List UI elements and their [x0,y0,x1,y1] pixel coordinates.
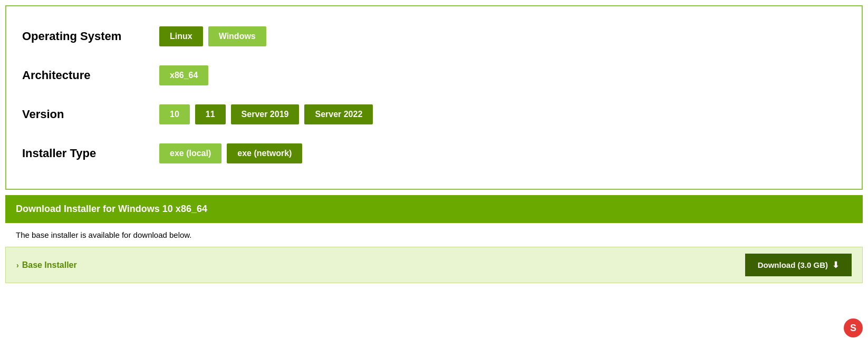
version-buttons: 10 11 Server 2019 Server 2022 [159,104,373,124]
os-label: Operating System [22,30,159,43]
installer-exe-network-button[interactable]: exe (network) [227,143,302,163]
os-row: Operating System Linux Windows [22,17,846,56]
installer-type-label: Installer Type [22,147,159,160]
installer-type-buttons: exe (local) exe (network) [159,143,302,163]
base-installer-text: Base Installer [22,260,77,270]
arch-x86_64-button[interactable]: x86_64 [159,65,208,85]
download-description-text: The base installer is available for down… [16,230,192,239]
version-server2019-button[interactable]: Server 2019 [231,104,300,124]
download-button[interactable]: Download (3.0 GB) ⬇ [745,254,852,276]
version-row: Version 10 11 Server 2019 Server 2022 [22,95,846,134]
selector-panel: Operating System Linux Windows Architect… [5,5,863,190]
base-installer-label: › Base Installer [16,260,77,270]
os-windows-button[interactable]: Windows [208,26,266,46]
chevron-right-icon: › [16,261,19,269]
version-11-button[interactable]: 11 [195,104,226,124]
os-linux-button[interactable]: Linux [159,26,203,46]
version-10-button[interactable]: 10 [159,104,190,124]
download-button-label: Download (3.0 GB) [758,260,828,269]
download-icon: ⬇ [832,260,839,270]
download-description: The base installer is available for down… [5,223,863,247]
version-label: Version [22,108,159,121]
arch-label: Architecture [22,69,159,82]
version-server2022-button[interactable]: Server 2022 [304,104,373,124]
base-installer-row: › Base Installer Download (3.0 GB) ⬇ [5,247,863,283]
installer-exe-local-button[interactable]: exe (local) [159,143,221,163]
download-bar: Download Installer for Windows 10 x86_64 [5,195,863,223]
installer-type-row: Installer Type exe (local) exe (network) [22,134,846,173]
arch-buttons: x86_64 [159,65,208,85]
arch-row: Architecture x86_64 [22,56,846,95]
os-buttons: Linux Windows [159,26,266,46]
download-bar-title: Download Installer for Windows 10 x86_64 [16,204,207,214]
